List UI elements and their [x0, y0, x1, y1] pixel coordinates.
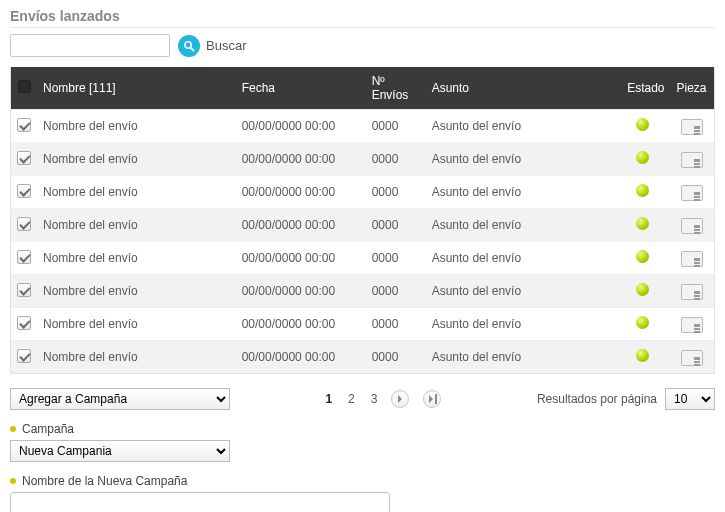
- table-row: Nombre del envío00/00/0000 00:000000Asun…: [11, 143, 715, 176]
- cell-fecha: 00/00/0000 00:00: [236, 209, 366, 242]
- status-dot-icon: [636, 283, 649, 296]
- bullet-icon: [10, 426, 16, 432]
- pagination: 123: [325, 390, 441, 408]
- cell-asunto: Asunto del envío: [426, 341, 615, 374]
- status-dot-icon: [636, 250, 649, 263]
- svg-line-1: [191, 47, 194, 50]
- table-row: Nombre del envío00/00/0000 00:000000Asun…: [11, 275, 715, 308]
- bulk-action-select[interactable]: Agregar a Campaña: [10, 388, 230, 410]
- status-dot-icon: [636, 151, 649, 164]
- cell-envios: 0000: [366, 242, 426, 275]
- row-checkbox[interactable]: [17, 316, 31, 330]
- col-header-estado[interactable]: Estado: [615, 67, 671, 110]
- cell-nombre: Nombre del envío: [37, 242, 236, 275]
- table-row: Nombre del envío00/00/0000 00:000000Asun…: [11, 110, 715, 143]
- piece-preview-button[interactable]: [681, 152, 703, 168]
- cell-nombre: Nombre del envío: [37, 176, 236, 209]
- page-number[interactable]: 2: [348, 392, 355, 406]
- campaign-label: Campaña: [10, 422, 715, 436]
- cell-fecha: 00/00/0000 00:00: [236, 242, 366, 275]
- piece-preview-button[interactable]: [681, 218, 703, 234]
- campaign-select[interactable]: Nueva Campania: [10, 440, 230, 462]
- cell-envios: 0000: [366, 308, 426, 341]
- table-row: Nombre del envío00/00/0000 00:000000Asun…: [11, 308, 715, 341]
- results-per-page-select[interactable]: 10: [665, 388, 715, 410]
- cell-asunto: Asunto del envío: [426, 242, 615, 275]
- table-header-row: Nombre [111] Fecha Nº Envíos Asunto Esta…: [11, 67, 715, 110]
- search-button[interactable]: Buscar: [178, 35, 246, 57]
- row-checkbox[interactable]: [17, 217, 31, 231]
- piece-preview-button[interactable]: [681, 185, 703, 201]
- status-dot-icon: [636, 217, 649, 230]
- cell-asunto: Asunto del envío: [426, 143, 615, 176]
- envios-table: Nombre [111] Fecha Nº Envíos Asunto Esta…: [10, 67, 715, 374]
- cell-asunto: Asunto del envío: [426, 110, 615, 143]
- row-checkbox[interactable]: [17, 250, 31, 264]
- cell-envios: 0000: [366, 275, 426, 308]
- table-footer: Agregar a Campaña 123 Resultados por pág…: [10, 388, 715, 512]
- page-last-button[interactable]: [423, 390, 441, 408]
- status-dot-icon: [636, 349, 649, 362]
- cell-nombre: Nombre del envío: [37, 209, 236, 242]
- piece-preview-button[interactable]: [681, 251, 703, 267]
- row-checkbox[interactable]: [17, 151, 31, 165]
- page-number[interactable]: 3: [371, 392, 378, 406]
- cell-envios: 0000: [366, 341, 426, 374]
- piece-preview-button[interactable]: [681, 350, 703, 366]
- cell-envios: 0000: [366, 110, 426, 143]
- table-row: Nombre del envío00/00/0000 00:000000Asun…: [11, 176, 715, 209]
- search-icon: [178, 35, 200, 57]
- search-bar: Buscar: [10, 34, 715, 57]
- chevron-right-icon: [396, 395, 404, 403]
- row-checkbox[interactable]: [17, 283, 31, 297]
- cell-nombre: Nombre del envío: [37, 110, 236, 143]
- table-row: Nombre del envío00/00/0000 00:000000Asun…: [11, 209, 715, 242]
- search-input[interactable]: [10, 34, 170, 57]
- cell-asunto: Asunto del envío: [426, 275, 615, 308]
- col-header-pieza[interactable]: Pieza: [671, 67, 715, 110]
- cell-envios: 0000: [366, 143, 426, 176]
- piece-preview-button[interactable]: [681, 284, 703, 300]
- cell-fecha: 00/00/0000 00:00: [236, 275, 366, 308]
- col-header-envios[interactable]: Nº Envíos: [366, 67, 426, 110]
- row-checkbox[interactable]: [17, 184, 31, 198]
- piece-preview-button[interactable]: [681, 119, 703, 135]
- piece-preview-button[interactable]: [681, 317, 703, 333]
- chevron-right-end-icon: [428, 395, 436, 403]
- results-per-page: Resultados por página 10: [537, 388, 715, 410]
- bullet-icon: [10, 478, 16, 484]
- col-header-asunto[interactable]: Asunto: [426, 67, 615, 110]
- cell-nombre: Nombre del envío: [37, 341, 236, 374]
- col-header-fecha[interactable]: Fecha: [236, 67, 366, 110]
- page-number[interactable]: 1: [325, 392, 332, 406]
- cell-fecha: 00/00/0000 00:00: [236, 110, 366, 143]
- cell-fecha: 00/00/0000 00:00: [236, 341, 366, 374]
- cell-fecha: 00/00/0000 00:00: [236, 176, 366, 209]
- col-header-nombre[interactable]: Nombre [111]: [37, 67, 236, 110]
- new-campaign-name-label: Nombre de la Nueva Campaña: [10, 474, 715, 488]
- cell-nombre: Nombre del envío: [37, 275, 236, 308]
- status-dot-icon: [636, 316, 649, 329]
- results-per-page-label: Resultados por página: [537, 392, 657, 406]
- search-button-label: Buscar: [206, 38, 246, 53]
- cell-asunto: Asunto del envío: [426, 308, 615, 341]
- select-all-checkbox[interactable]: [18, 80, 31, 93]
- cell-asunto: Asunto del envío: [426, 209, 615, 242]
- cell-fecha: 00/00/0000 00:00: [236, 308, 366, 341]
- cell-envios: 0000: [366, 209, 426, 242]
- status-dot-icon: [636, 118, 649, 131]
- cell-envios: 0000: [366, 176, 426, 209]
- table-row: Nombre del envío00/00/0000 00:000000Asun…: [11, 242, 715, 275]
- page-next-button[interactable]: [391, 390, 409, 408]
- cell-nombre: Nombre del envío: [37, 308, 236, 341]
- new-campaign-name-input[interactable]: [10, 492, 390, 512]
- table-row: Nombre del envío00/00/0000 00:000000Asun…: [11, 341, 715, 374]
- cell-fecha: 00/00/0000 00:00: [236, 143, 366, 176]
- row-checkbox[interactable]: [17, 349, 31, 363]
- page-title: Envíos lanzados: [10, 8, 715, 28]
- cell-nombre: Nombre del envío: [37, 143, 236, 176]
- row-checkbox[interactable]: [17, 118, 31, 132]
- cell-asunto: Asunto del envío: [426, 176, 615, 209]
- status-dot-icon: [636, 184, 649, 197]
